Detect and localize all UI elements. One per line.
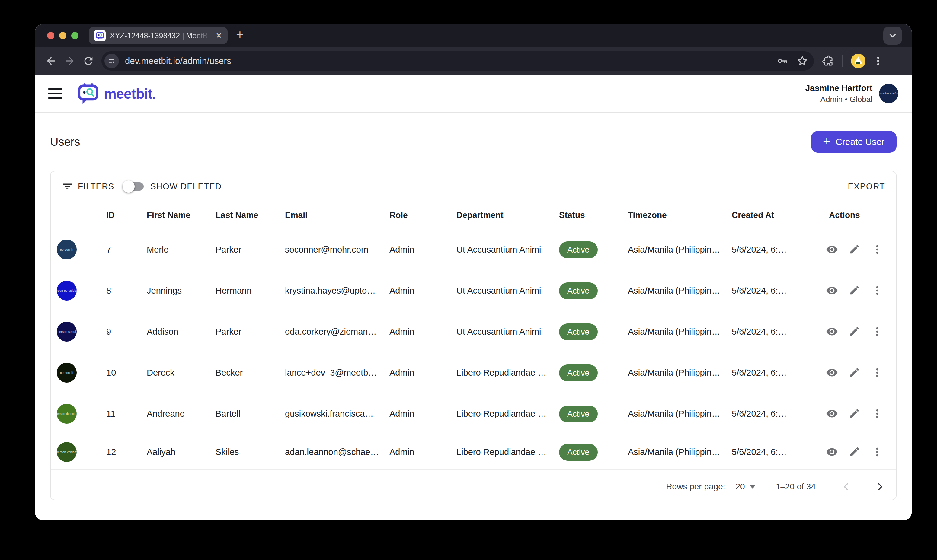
row-menu-icon[interactable] [871, 366, 883, 378]
cell-last-name: Skiles [216, 447, 285, 457]
col-created-at: Created At [732, 210, 829, 220]
table-row[interactable]: person delectus 11 Andreane Bartell gusi… [51, 394, 896, 434]
view-eye-icon[interactable] [826, 366, 838, 378]
tab-search-button[interactable] [883, 26, 902, 45]
password-key-icon[interactable] [777, 55, 789, 67]
view-eye-icon[interactable] [826, 243, 838, 255]
url-text[interactable]: dev.meetbit.io/admin/users [125, 56, 231, 66]
user-avatar[interactable]: Jasmine Hartfort [879, 84, 898, 103]
edit-pencil-icon[interactable] [849, 408, 860, 420]
cell-created-at: 5/6/2024, 6:… [732, 245, 829, 255]
table-row[interactable]: person perspiciatis 8 Jennings Hermann k… [51, 270, 896, 311]
cell-email: soconner@mohr.com [285, 245, 390, 255]
cell-last-name: Hermann [216, 286, 285, 296]
row-menu-icon[interactable] [871, 285, 883, 297]
cell-email: lance+dev_3@meetb… [285, 368, 390, 378]
table-row[interactable]: person sequi 9 Addison Parker oda.corker… [51, 311, 896, 352]
bookmark-star-icon[interactable] [796, 55, 808, 67]
browser-tab[interactable]: XYZ-12448-1398432 | MeetB ✕ [89, 27, 228, 45]
edit-pencil-icon[interactable] [849, 326, 860, 338]
back-button[interactable] [42, 52, 60, 70]
cell-role: Admin [390, 368, 456, 378]
col-id: ID [106, 210, 147, 220]
pagination-range: 1–20 of 34 [776, 482, 816, 491]
cell-timezone: Asia/Manila (Philippin… [628, 245, 732, 255]
brand-wordmark: meetbit. [104, 85, 156, 102]
window-zoom-button[interactable] [71, 32, 79, 39]
tab-close-icon[interactable]: ✕ [216, 32, 222, 40]
view-eye-icon[interactable] [826, 285, 838, 297]
view-eye-icon[interactable] [826, 408, 838, 420]
plus-icon: + [823, 135, 830, 147]
table-row[interactable]: person id 10 Dereck Becker lance+dev_3@m… [51, 352, 896, 394]
cell-timezone: Asia/Manila (Philippin… [628, 409, 732, 419]
forward-button[interactable] [60, 52, 79, 70]
window-minimize-button[interactable] [59, 32, 66, 39]
previous-page-button[interactable] [841, 482, 851, 492]
view-eye-icon[interactable] [826, 326, 838, 338]
export-button[interactable]: EXPORT [848, 182, 885, 191]
browser-profile-avatar[interactable] [851, 54, 865, 68]
users-table-card: FILTERS SHOW DELETED EXPORT ID First Nam… [50, 171, 897, 500]
tab-strip: XYZ-12448-1398432 | MeetB ✕ + [35, 24, 912, 47]
cell-first-name: Addison [147, 327, 216, 337]
rows-per-page-select[interactable]: 20 [736, 482, 756, 491]
table-row[interactable]: person in 7 Merle Parker soconner@mohr.c… [51, 229, 896, 270]
browser-toolbar: dev.meetbit.io/admin/users [35, 47, 912, 75]
filters-button[interactable]: FILTERS [62, 181, 114, 192]
site-settings-icon[interactable] [105, 54, 119, 68]
reload-button[interactable] [79, 52, 98, 70]
browser-menu-icon[interactable] [872, 55, 884, 67]
row-avatar: person id [57, 363, 77, 383]
tab-title: XYZ-12448-1398432 | MeetB [110, 31, 214, 40]
edit-pencil-icon[interactable] [849, 285, 860, 297]
cell-last-name: Bartell [216, 409, 285, 419]
cell-first-name: Aaliyah [147, 447, 216, 457]
app-header: meetbit. Jasmine Hartfort Admin • Global… [35, 75, 912, 113]
row-avatar: person in [57, 240, 77, 260]
edit-pencil-icon[interactable] [849, 243, 860, 255]
edit-pencil-icon[interactable] [849, 446, 860, 458]
row-menu-icon[interactable] [871, 446, 883, 458]
next-page-button[interactable] [875, 482, 885, 492]
cell-created-at: 5/6/2024, 6:… [732, 447, 829, 457]
status-badge: Active [559, 242, 598, 258]
window-close-button[interactable] [47, 32, 54, 39]
cell-timezone: Asia/Manila (Philippin… [628, 368, 732, 378]
col-department: Department [456, 210, 559, 220]
cell-id: 11 [106, 409, 147, 419]
row-menu-icon[interactable] [871, 408, 883, 420]
create-user-button[interactable]: + Create User [811, 131, 897, 153]
chevron-down-icon [888, 31, 898, 41]
browser-window: XYZ-12448-1398432 | MeetB ✕ + [35, 24, 912, 520]
view-eye-icon[interactable] [826, 446, 838, 458]
pagination-bar: Rows per page: 20 1–20 of 34 [51, 474, 896, 500]
table-header-row: ID First Name Last Name Email Role Depar… [51, 202, 896, 229]
table-row[interactable]: person veniam 12 Aaliyah Skiles adan.lea… [51, 434, 896, 470]
cell-created-at: 5/6/2024, 6:… [732, 368, 829, 378]
meetbit-brand: meetbit. [77, 82, 156, 105]
show-deleted-toggle[interactable] [124, 182, 144, 191]
user-role: Admin • Global [805, 95, 872, 104]
table-body: person in 7 Merle Parker soconner@mohr.c… [51, 229, 896, 470]
cell-first-name: Merle [147, 245, 216, 255]
dropdown-caret-icon [749, 485, 756, 489]
show-deleted-label: SHOW DELETED [150, 182, 222, 191]
rows-per-page-value: 20 [736, 482, 745, 491]
menu-hamburger-button[interactable] [48, 88, 62, 99]
row-menu-icon[interactable] [871, 243, 883, 255]
cell-created-at: 5/6/2024, 6:… [732, 327, 829, 337]
cell-role: Admin [390, 447, 456, 457]
cell-role: Admin [390, 245, 456, 255]
new-tab-button[interactable]: + [236, 28, 244, 42]
rows-per-page-label: Rows per page: [666, 482, 725, 491]
edit-pencil-icon[interactable] [849, 366, 860, 378]
row-menu-icon[interactable] [871, 326, 883, 338]
col-actions: Actions [829, 210, 890, 220]
cell-id: 8 [106, 286, 147, 296]
extensions-icon[interactable] [822, 55, 834, 67]
cell-last-name: Parker [216, 327, 285, 337]
cell-first-name: Jennings [147, 286, 216, 296]
page-content: Users + Create User FILTERS SHOW D [35, 113, 912, 520]
address-bar[interactable]: dev.meetbit.io/admin/users [102, 51, 814, 71]
